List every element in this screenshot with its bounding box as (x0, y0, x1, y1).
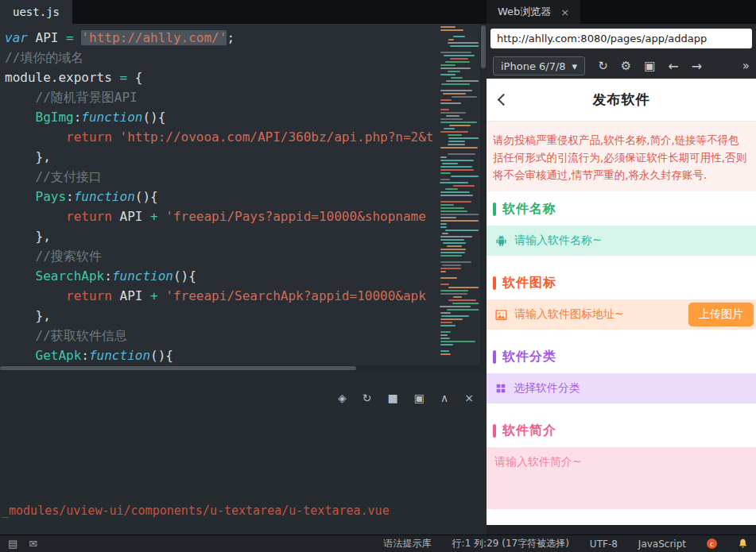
browser-tab-bar: Web浏览器 × (487, 0, 756, 24)
app-icon-input[interactable]: 请输入软件图标地址~ 上传图片 (487, 299, 756, 330)
console-toolbar: ◈↻■▣∧× (338, 392, 474, 404)
browser-bottom-strip (487, 525, 756, 535)
console-panel: ◈↻■▣∧× _modules/uview-ui/components/u-te… (0, 371, 487, 535)
vertical-scrollbar-thumb[interactable] (481, 25, 486, 68)
editor-panel: uest.js var API = 'http://ahlly.com/';//… (0, 0, 487, 535)
app-intro-textarea[interactable]: 请输入软件简介~ (487, 447, 756, 509)
device-selector-label: iPhone 6/7/8 (501, 60, 566, 72)
section-header-app-icon: 软件图标 (487, 265, 756, 299)
app-category-select[interactable]: 选择软件分类 (487, 373, 756, 403)
forward-icon[interactable]: → (692, 59, 702, 74)
editor-tab-bar: uest.js (0, 0, 487, 24)
url-input[interactable]: http://ahlly.com:8080/pages/app/addapp (490, 29, 752, 48)
cursor-position-status[interactable]: 行:1 列:29 (17字符被选择) (452, 537, 569, 550)
horizontal-scrollbar-thumb[interactable] (0, 366, 356, 370)
upload-image-button[interactable]: 上传图片 (688, 303, 754, 326)
clear-icon[interactable]: × (464, 392, 474, 404)
app-preview-page: 发布软件 请勿投稿严重侵权产品,软件名称,简介,链接等不得包括任何形式的引流行为… (487, 79, 756, 525)
back-icon[interactable]: ← (668, 59, 678, 74)
debug-icon[interactable]: ◈ (338, 392, 347, 404)
hbuilder-badge-icon[interactable]: c (707, 538, 717, 549)
settings-icon[interactable]: ⚙ (621, 59, 631, 73)
console-output: _modules/uview-ui/components/u-textarea/… (2, 463, 390, 535)
syntax-library-status[interactable]: 语法提示库 (384, 537, 432, 550)
android-icon (494, 234, 508, 248)
section-bar (493, 424, 496, 438)
tab-web-browser[interactable]: Web浏览器 × (487, 0, 580, 24)
tab-web-browser-label: Web浏览器 (498, 5, 551, 19)
section-title: 软件分类 (502, 349, 556, 365)
hbuilderx-window: uest.js var API = 'http://ahlly.com/';//… (0, 0, 756, 552)
chevron-down-icon: ▾ (572, 60, 578, 72)
minimap[interactable] (437, 26, 479, 359)
page-title: 发布软件 (593, 91, 650, 109)
browser-toolbar: iPhone 6/7/8 ▾ ↻ ⚙ ▣ ← → » (487, 53, 756, 79)
messages-icon[interactable]: ✉ (29, 538, 37, 550)
device-selector[interactable]: iPhone 6/7/8 ▾ (493, 56, 585, 75)
app-category-placeholder: 选择软件分类 (514, 381, 580, 396)
warning-text: 请勿投稿严重侵权产品,软件名称,简介,链接等不得包括任何形式的引流行为,必须保证… (487, 122, 756, 191)
tab-request-js-label: uest.js (13, 6, 60, 18)
grid-icon (494, 382, 507, 395)
console-toggle-icon[interactable]: ▤ (8, 538, 17, 550)
image-icon (494, 308, 508, 322)
section-header-app-category: 软件分类 (487, 339, 756, 373)
code-lines[interactable]: var API = 'http://ahlly.com/';//填你的域名mod… (0, 24, 434, 365)
section-title: 软件图标 (502, 275, 556, 291)
language-status[interactable]: JavaScript (638, 538, 686, 550)
section-header-app-screenshot: 软件截图 (487, 519, 756, 525)
stop-icon[interactable]: ■ (388, 392, 398, 404)
more-icon[interactable]: » (742, 59, 750, 73)
bell-icon[interactable] (738, 538, 748, 549)
status-bar: ▤ ✉ 语法提示库 行:1 列:29 (17字符被选择) UTF-8 JavaS… (0, 535, 756, 552)
collapse-icon[interactable]: ∧ (440, 392, 448, 404)
console-output-line[interactable]: _modules/uview-ui/components/u-textarea/… (2, 501, 390, 520)
app-name-placeholder: 请输入软件名称~ (514, 234, 602, 248)
section-title: 软件名称 (502, 201, 556, 218)
app-name-input[interactable]: 请输入软件名称~ (487, 226, 756, 256)
app-intro-placeholder: 请输入软件简介~ (494, 455, 582, 468)
devtools-icon[interactable]: ▣ (644, 59, 655, 73)
screenshot-icon[interactable]: ▣ (414, 392, 425, 404)
vertical-scrollbar[interactable] (480, 24, 487, 365)
rotate-device-icon[interactable]: ↻ (598, 59, 608, 73)
close-icon[interactable]: × (560, 6, 569, 18)
page-header: 发布软件 (487, 79, 756, 122)
section-header-app-name: 软件名称 (487, 191, 756, 226)
section-bar (493, 203, 496, 216)
url-bar: http://ahlly.com:8080/pages/app/addapp (487, 24, 756, 53)
code-editor[interactable]: var API = 'http://ahlly.com/';//填你的域名mod… (0, 24, 487, 365)
restart-icon[interactable]: ↻ (362, 392, 372, 404)
tab-request-js[interactable]: uest.js (0, 0, 72, 24)
horizontal-scrollbar[interactable] (0, 365, 487, 371)
section-bar (493, 350, 496, 364)
section-header-app-intro: 软件简介 (487, 413, 756, 447)
encoding-status[interactable]: UTF-8 (590, 538, 618, 550)
app-icon-placeholder: 请输入软件图标地址~ (514, 307, 624, 322)
section-title: 软件简介 (502, 423, 556, 439)
back-chevron-icon[interactable] (498, 94, 510, 106)
section-bar (493, 276, 496, 290)
browser-panel: Web浏览器 × http://ahlly.com:8080/pages/app… (487, 0, 756, 535)
